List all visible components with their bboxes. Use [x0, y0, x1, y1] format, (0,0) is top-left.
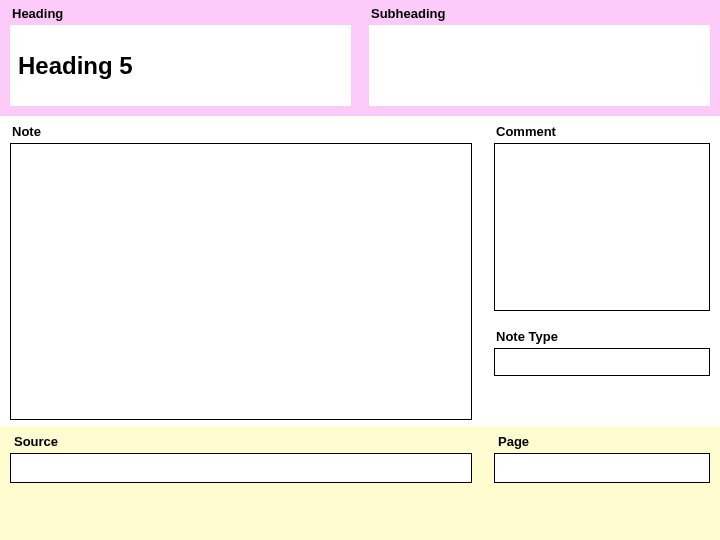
source-label: Source	[10, 434, 472, 449]
note-section: Note Comment Note Type	[0, 116, 720, 426]
heading-row: Heading Subheading	[10, 6, 710, 106]
heading-input[interactable]	[10, 25, 351, 106]
heading-label: Heading	[10, 6, 351, 21]
page-input[interactable]	[494, 453, 710, 483]
heading-section: Heading Subheading	[0, 0, 720, 116]
page-label: Page	[494, 434, 710, 449]
notetype-input[interactable]	[494, 348, 710, 376]
subheading-input[interactable]	[369, 25, 710, 106]
note-col: Note	[10, 124, 472, 420]
source-input[interactable]	[10, 453, 472, 483]
notetype-label: Note Type	[494, 329, 710, 344]
subheading-label: Subheading	[369, 6, 710, 21]
comment-input[interactable]	[494, 143, 710, 311]
source-section: Source Page	[0, 426, 720, 540]
subheading-col: Subheading	[369, 6, 710, 106]
note-label: Note	[10, 124, 472, 139]
comment-col: Comment Note Type	[494, 124, 710, 420]
note-input[interactable]	[10, 143, 472, 420]
source-col: Source	[10, 434, 472, 530]
comment-label: Comment	[494, 124, 710, 139]
page-col: Page	[494, 434, 710, 530]
heading-col: Heading	[10, 6, 351, 106]
